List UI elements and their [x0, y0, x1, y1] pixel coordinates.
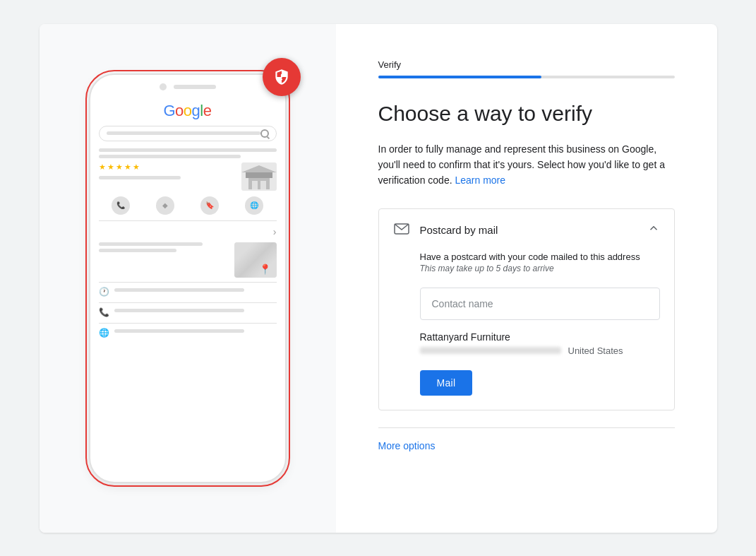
postcard-title: Postcard by mail [420, 224, 498, 236]
mail-button[interactable]: Mail [420, 370, 473, 396]
phone-icon-mock: 📞 [112, 196, 130, 215]
search-icon [260, 129, 269, 138]
svg-rect-0 [280, 73, 282, 77]
postcard-body: Have a postcard with your code mailed to… [379, 252, 674, 410]
more-options-divider [378, 427, 675, 428]
search-bar-mock [99, 126, 277, 141]
address-blur [420, 347, 561, 354]
progress-bar-track [378, 76, 675, 78]
learn-more-link[interactable]: Learn more [455, 175, 505, 186]
phone-mockup: Google ★ [89, 73, 287, 483]
page-title: Choose a way to verify [378, 100, 675, 127]
postcard-header[interactable]: Postcard by mail [379, 209, 674, 252]
svg-rect-1 [280, 78, 282, 80]
business-address: United States [420, 345, 660, 356]
left-panel: Google ★ [40, 24, 336, 533]
phone-camera [160, 83, 167, 90]
svg-rect-4 [246, 172, 272, 178]
globe-list-icon: 🌐 [99, 328, 109, 338]
chevron-up-icon [647, 222, 660, 238]
country-label: United States [568, 345, 623, 356]
google-logo: Google [99, 102, 277, 120]
progress-label: Verify [378, 59, 675, 70]
business-name: Rattanyard Furniture [420, 331, 660, 343]
postcard-note: This may take up to 5 days to arrive [420, 264, 660, 273]
diamond-icon-mock: ◆ [156, 196, 174, 215]
right-panel: Verify Choose a way to verify In order t… [336, 24, 717, 533]
globe-icon-mock: 🌐 [245, 196, 263, 215]
description-text: In order to fully manage and represent t… [378, 141, 675, 189]
progress-section: Verify [378, 59, 675, 78]
svg-rect-3 [248, 177, 270, 189]
more-options-link[interactable]: More options [378, 440, 436, 451]
clock-icon: 🕐 [99, 287, 109, 297]
phone-list-icon: 📞 [99, 307, 109, 317]
phone-speaker [174, 85, 216, 89]
phone-content: Google ★ [90, 96, 285, 349]
contact-name-input[interactable] [420, 288, 660, 320]
bookmark-icon-mock: 🔖 [200, 196, 219, 215]
mail-icon [393, 220, 410, 240]
phone-top-bar [90, 75, 285, 96]
postcard-subtitle: Have a postcard with your code mailed to… [420, 252, 660, 262]
svg-rect-5 [252, 181, 258, 189]
progress-bar-fill [378, 76, 541, 78]
map-thumbnail [234, 242, 277, 278]
main-container: Google ★ [40, 24, 717, 533]
expand-icon: › [273, 226, 277, 237]
postcard-section: Postcard by mail Have a postcard with yo… [378, 208, 675, 410]
store-image [241, 162, 277, 191]
shield-badge-icon [263, 58, 301, 96]
svg-rect-6 [260, 181, 266, 189]
